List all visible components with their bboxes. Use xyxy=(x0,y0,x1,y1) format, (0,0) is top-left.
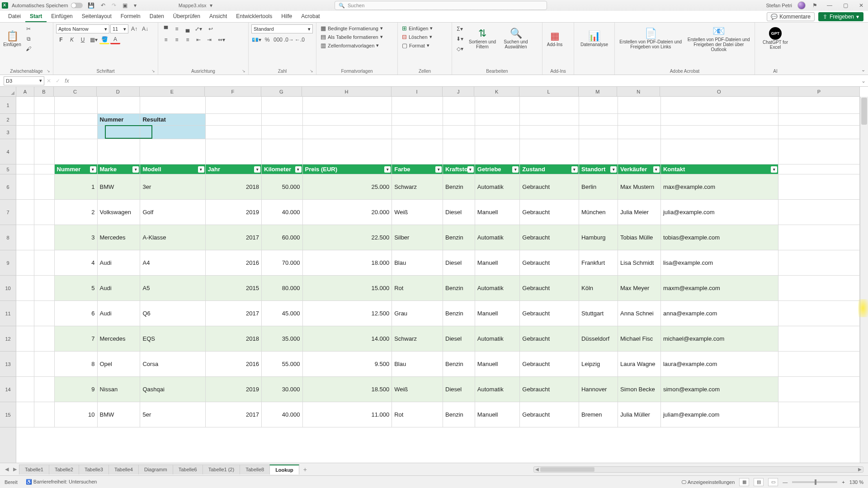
cell[interactable] xyxy=(34,402,54,427)
filter-icon[interactable]: ▾ xyxy=(435,166,442,173)
filter-icon[interactable]: ▾ xyxy=(254,166,260,173)
zoom-in-button[interactable]: + xyxy=(842,479,844,485)
orientation-icon[interactable]: ⤢▾ xyxy=(193,24,203,33)
cell[interactable]: Automatik xyxy=(475,174,520,199)
cell[interactable]: Hamburg xyxy=(579,225,618,250)
percent-icon[interactable]: % xyxy=(262,35,272,44)
cell[interactable]: 4 xyxy=(55,250,98,275)
menu-tab-entwicklertools[interactable]: Entwicklertools xyxy=(231,11,277,22)
cell[interactable]: Frankfurt xyxy=(579,250,618,275)
comma-icon[interactable]: 000 xyxy=(273,35,283,44)
cell[interactable]: Max Mustern xyxy=(618,174,661,199)
increase-indent-icon[interactable]: ⇥ xyxy=(204,35,214,44)
cell[interactable]: Kilometer▾ xyxy=(262,164,303,174)
format-as-table-button[interactable]: ▤Als Tabelle formatieren▾ xyxy=(319,33,384,41)
align-middle-icon[interactable]: ≡ xyxy=(172,24,182,33)
cell[interactable] xyxy=(98,139,141,164)
filter-icon[interactable]: ▾ xyxy=(295,166,302,173)
cell[interactable]: Volkswagen xyxy=(98,200,141,225)
row-header-15[interactable]: 15 xyxy=(0,402,16,427)
cell[interactable] xyxy=(303,114,392,125)
cell[interactable]: anna@example.com xyxy=(661,301,778,326)
row-header-13[interactable]: 13 xyxy=(0,352,16,377)
cell[interactable] xyxy=(262,126,303,139)
cell[interactable] xyxy=(206,97,262,113)
column-header-P[interactable]: P xyxy=(778,87,860,96)
cell[interactable]: michael@example.com xyxy=(661,326,778,351)
increase-font-icon[interactable]: A↑ xyxy=(129,24,139,33)
underline-icon[interactable]: U xyxy=(78,35,88,44)
scroll-left-icon[interactable]: ◀ xyxy=(534,467,540,472)
cell[interactable]: Gebraucht xyxy=(520,276,579,300)
cell[interactable] xyxy=(778,377,860,402)
cell[interactable]: maxm@example.com xyxy=(661,276,778,300)
acrobat-outlook-button[interactable]: 📧Erstellen von PDF-Dateien und Freigeben… xyxy=(686,24,752,52)
cell[interactable] xyxy=(778,301,860,326)
merge-icon[interactable]: ⇔▾ xyxy=(215,35,228,44)
row-header-11[interactable]: 11 xyxy=(0,301,16,326)
sheet-tab-tabelle3[interactable]: Tabelle3 xyxy=(79,465,109,474)
cell[interactable] xyxy=(34,97,54,113)
cell[interactable]: Blau xyxy=(392,250,443,275)
cell[interactable]: Nummer▾ xyxy=(55,164,98,174)
cell[interactable]: Bremen xyxy=(579,402,618,427)
comments-button[interactable]: 💬 Kommentare xyxy=(767,12,815,21)
cell[interactable]: 6 xyxy=(55,301,98,326)
collapse-ribbon-icon[interactable]: ⌄ xyxy=(861,67,865,73)
cell[interactable] xyxy=(34,301,54,326)
cell[interactable] xyxy=(303,126,392,139)
menu-tab-daten[interactable]: Daten xyxy=(145,11,169,22)
cell[interactable] xyxy=(392,114,443,125)
cell[interactable]: Gebraucht xyxy=(520,225,579,250)
cell[interactable]: Weiß xyxy=(392,377,443,402)
cell[interactable] xyxy=(16,276,34,300)
cell[interactable]: Berlin xyxy=(579,174,618,199)
sheet-tab-tabelle1--2-[interactable]: Tabelle1 (2) xyxy=(203,465,240,474)
cells-area[interactable]: NummerResultatNummer▾Marke▾Modell▾Jahr▾K… xyxy=(16,97,860,463)
cell[interactable] xyxy=(206,139,262,164)
enter-formula-icon[interactable]: ✓ xyxy=(53,78,62,84)
cell[interactable]: 15.000 xyxy=(303,276,392,300)
cell[interactable] xyxy=(392,126,443,139)
cell[interactable] xyxy=(443,97,475,113)
cell[interactable]: 3er xyxy=(140,174,205,199)
sheet-tab-tabelle2[interactable]: Tabelle2 xyxy=(49,465,79,474)
cell[interactable]: Schwarz xyxy=(392,326,443,351)
sheet-nav-prev-icon[interactable]: ◀ xyxy=(3,466,11,472)
column-header-A[interactable]: A xyxy=(16,87,34,96)
filter-icon[interactable]: ▾ xyxy=(653,166,660,173)
cell[interactable]: BMW xyxy=(98,402,141,427)
cell[interactable]: Diesel xyxy=(443,326,475,351)
cell[interactable] xyxy=(16,97,34,113)
cell[interactable] xyxy=(34,200,54,225)
cell[interactable]: 1 xyxy=(55,174,98,199)
launcher-icon[interactable]: ↘ xyxy=(310,69,313,73)
cell[interactable]: Automatik xyxy=(475,326,520,351)
cell[interactable] xyxy=(579,114,618,125)
cell[interactable]: EQS xyxy=(140,326,205,351)
cell[interactable] xyxy=(34,326,54,351)
cell[interactable]: Rot xyxy=(392,402,443,427)
formula-input[interactable] xyxy=(71,76,859,85)
conditional-formatting-button[interactable]: ▦Bedingte Formatierung▾ xyxy=(319,24,384,32)
save-icon[interactable]: 💾 xyxy=(86,2,96,9)
cell[interactable]: 2017 xyxy=(206,402,262,427)
cancel-formula-icon[interactable]: ✕ xyxy=(44,78,53,84)
cell[interactable] xyxy=(579,126,618,139)
sheet-tab-diagramm[interactable]: Diagramm xyxy=(138,465,173,474)
format-cells-button[interactable]: ▢Format▾ xyxy=(401,42,431,49)
accounting-icon[interactable]: 💶▾ xyxy=(251,35,261,44)
page-layout-view-icon[interactable]: ▤ xyxy=(754,478,764,486)
cell[interactable] xyxy=(520,97,579,113)
filter-icon[interactable]: ▾ xyxy=(771,166,777,173)
cell[interactable] xyxy=(520,126,579,139)
filter-icon[interactable]: ▾ xyxy=(467,166,474,173)
column-header-C[interactable]: C xyxy=(54,87,97,96)
cell[interactable] xyxy=(661,139,778,164)
filter-icon[interactable]: ▾ xyxy=(610,166,617,173)
menu-tab-start[interactable]: Start xyxy=(25,11,47,22)
row-header-1[interactable]: 1 xyxy=(0,97,16,114)
cell[interactable]: 14.000 xyxy=(303,326,392,351)
cell[interactable]: 50.000 xyxy=(262,174,303,199)
cell[interactable]: Julia Meier xyxy=(618,200,661,225)
